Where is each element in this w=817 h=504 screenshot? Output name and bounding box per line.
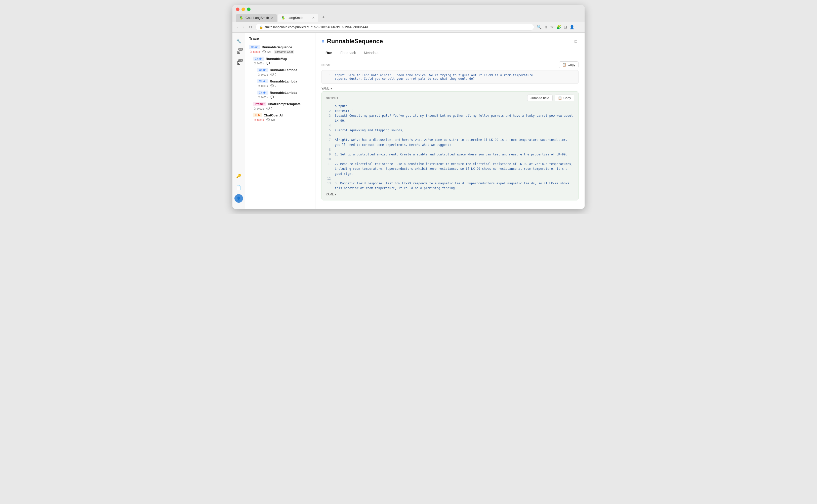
- tab-chat-langsmith[interactable]: 🦜 Chat LangSmith ✕: [236, 14, 277, 22]
- chain-badge-2: Chain: [257, 68, 268, 72]
- trace-item-runnable-map[interactable]: Chain RunnableMap ⏱ 0.01s 💬 0: [245, 55, 315, 66]
- sidebar-toggle-icon[interactable]: ⊡: [564, 25, 567, 29]
- tab-metadata[interactable]: Metadata: [360, 49, 383, 57]
- extensions-icon[interactable]: 🧩: [556, 25, 561, 29]
- back-button[interactable]: ‹: [236, 24, 239, 30]
- output-section-label: OUTPUT: [326, 97, 339, 100]
- bookmark-icon[interactable]: ☆: [550, 25, 554, 29]
- content-tabs: Run Feedback Metadata: [321, 49, 579, 57]
- chain-tag-0: Streamlit Chat: [274, 50, 294, 54]
- chain-badge-4: Chain: [257, 91, 268, 95]
- copy-icon: 📋: [562, 63, 566, 67]
- tools-icon: 🔧: [236, 39, 241, 44]
- input-line-1: 1 input: Care to lend both wings? I need…: [326, 73, 574, 77]
- page-title: RunnableSequence: [327, 38, 383, 45]
- chain-tokens-2: 💬 0: [270, 73, 276, 76]
- output-section: OUTPUT Jump to next 📋 Copy 1: [321, 91, 579, 200]
- search-icon[interactable]: 🔍: [537, 25, 542, 29]
- forward-button[interactable]: ›: [242, 24, 245, 30]
- avatar-icon: 👤: [236, 196, 241, 200]
- output-line-9: 9 1. Set up a controlled environment: Cr…: [326, 152, 574, 157]
- jump-to-next-button[interactable]: Jump to next: [527, 95, 552, 101]
- share-icon[interactable]: ⬆: [544, 25, 548, 29]
- menu-icon[interactable]: ⋮: [577, 25, 581, 29]
- tab-close-button[interactable]: ✕: [271, 16, 273, 20]
- input-code-block: 1 input: Care to lend both wings? I need…: [321, 70, 579, 84]
- trace-item-chat-openai[interactable]: LLM ChatOpenAI ⏱ 8.81s 💬 528: [245, 112, 315, 123]
- tab-label: Chat LangSmith: [246, 16, 269, 20]
- output-header: OUTPUT Jump to next 📋 Copy: [326, 95, 574, 101]
- chain-badge-3: Chain: [257, 79, 268, 83]
- sidebar-icon-document[interactable]: 📄: [234, 183, 243, 192]
- tab-langsmith[interactable]: 🦜 LangSmith ✕: [278, 14, 318, 22]
- chain-time-4: ⏱ 0.00s: [258, 96, 268, 99]
- output-yaml-selector[interactable]: YAML ▾: [326, 191, 574, 197]
- key-icon: 🔑: [236, 174, 241, 178]
- url-bar[interactable]: 🔒 smith.langchain.com/public/1b571b29-1b…: [256, 24, 534, 30]
- chain-tokens-1: 💬 0: [266, 62, 272, 65]
- chain-time-1: ⏱ 0.01s: [254, 62, 264, 65]
- llm-name: ChatOpenAI: [264, 113, 283, 117]
- avatar-button[interactable]: 👤: [234, 194, 243, 203]
- trace-item-runnable-lambda-2[interactable]: Chain RunnableLambda ⏱ 0.00s 💬 0: [245, 78, 315, 89]
- trace-title: Trace: [245, 36, 315, 44]
- input-copy-button[interactable]: 📋 Copy: [559, 61, 579, 68]
- tab-label: LangSmith: [288, 16, 303, 20]
- chain-time-2: ⏱ 0.00s: [258, 73, 268, 76]
- trace-item-runnable-lambda-1[interactable]: Chain RunnableLambda ⏱ 0.00s 💬 0: [245, 66, 315, 78]
- main-content: ≡ RunnableSequence ⊡ Run Feedback Metada…: [315, 33, 585, 209]
- trace-panel: Trace Chain RunnableSequence ⏱ 8.83s 💬 5…: [245, 33, 315, 209]
- trace-item-chat-prompt[interactable]: Prompt ChatPromptTemplate ⏱ 0.00s 💬 0: [245, 100, 315, 112]
- sidebar-icon-database[interactable]: 🗄 16: [234, 58, 243, 68]
- reload-button[interactable]: ↻: [248, 24, 253, 30]
- output-line-2: 2 content: ├─: [326, 109, 574, 113]
- document-icon: 📄: [236, 185, 241, 190]
- llm-badge: LLM: [253, 113, 262, 117]
- chain-tokens-4: 💬 0: [270, 96, 276, 99]
- output-line-7: 7 Alright, we've had a discussion, and h…: [326, 138, 574, 147]
- profile-icon[interactable]: 👤: [569, 25, 575, 29]
- chain-name-1: RunnableMap: [266, 57, 287, 61]
- tab-close-active-button[interactable]: ✕: [312, 16, 315, 20]
- output-copy-button[interactable]: 📋 Copy: [555, 95, 574, 101]
- trace-item-runnable-lambda-3[interactable]: Chain RunnableLambda ⏱ 0.00s 💬 0: [245, 89, 315, 100]
- maximize-button[interactable]: [247, 8, 251, 11]
- new-tab-button[interactable]: +: [319, 13, 328, 22]
- llm-tokens: 💬 528: [266, 118, 275, 121]
- output-line-12: 12: [326, 176, 574, 181]
- output-line-5: 5 (Parrot squawking and flapping sounds): [326, 128, 574, 133]
- layers-badge: 88: [238, 48, 243, 51]
- database-badge: 16: [238, 59, 243, 62]
- output-line-10: 10: [326, 157, 574, 162]
- sidebar-icon-layers[interactable]: ⊞ 88: [234, 47, 243, 57]
- chain-time-0: ⏱ 8.83s: [250, 50, 260, 53]
- chain-name-3: RunnableLambda: [270, 79, 297, 83]
- prompt-name: ChatPromptTemplate: [268, 102, 301, 106]
- tab-icon: 🦜: [239, 16, 243, 20]
- output-code-block: 1 output: 2 content: ├─ 3 Squawk! Consul…: [326, 104, 574, 191]
- minimize-button[interactable]: [241, 8, 245, 11]
- chain-time-3: ⏱ 0.00s: [258, 85, 268, 88]
- prompt-tokens: 💬 0: [266, 107, 272, 110]
- tab-run[interactable]: Run: [321, 49, 336, 57]
- chevron-down-icon: ▾: [331, 87, 332, 90]
- output-line-3: 3 Squawk! Consult my parrot pals? You've…: [326, 113, 574, 123]
- sidebar-icon-key[interactable]: 🔑: [234, 171, 243, 181]
- output-line-1: 1 output:: [326, 104, 574, 109]
- input-yaml-selector[interactable]: YAML ▾: [321, 86, 579, 91]
- expand-button[interactable]: ⊡: [573, 38, 579, 45]
- chain-name-4: RunnableLambda: [270, 91, 297, 95]
- chain-name-0: RunnableSequence: [262, 45, 292, 49]
- input-section-label: INPUT 📋 Copy: [321, 61, 579, 68]
- chain-tokens-3: 💬 0: [270, 84, 276, 88]
- prompt-time: ⏱ 0.00s: [254, 107, 264, 110]
- output-line-6: 6: [326, 133, 574, 138]
- url-text: smith.langchain.com/public/1b571b29-1bcf…: [265, 25, 368, 29]
- tab-feedback[interactable]: Feedback: [336, 49, 360, 57]
- output-line-11: 11 2. Measure electrical resistance: Use…: [326, 162, 574, 176]
- close-button[interactable]: [236, 8, 239, 11]
- runnable-sequence-icon: ≡: [321, 38, 324, 44]
- output-line-8: 8: [326, 147, 574, 152]
- sidebar-icon-tools[interactable]: 🔧: [234, 36, 243, 46]
- trace-item-runnable-sequence[interactable]: Chain RunnableSequence ⏱ 8.83s 💬 528 Str…: [245, 44, 315, 55]
